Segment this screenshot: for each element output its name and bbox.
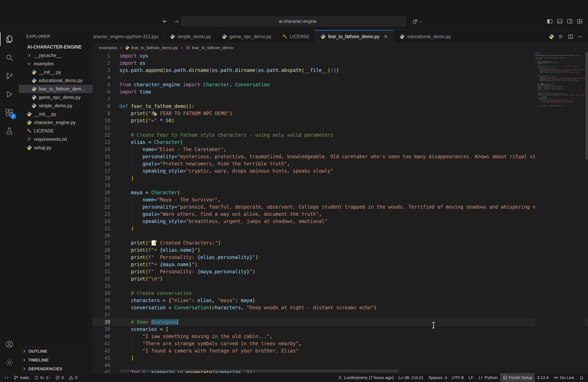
activity-testing-button[interactable]: [0, 122, 19, 140]
code-line[interactable]: 44: [93, 362, 588, 369]
tab-game-npc-demo-py[interactable]: game_npc_demo.py: [216, 30, 277, 43]
file-tree-item-requirements-txt[interactable]: requirements.txt: [19, 135, 93, 143]
code-line[interactable]: 40 "I saw something moving in the old ca…: [93, 333, 588, 340]
status-git-sync[interactable]: 0↓ 1↑: [32, 373, 53, 382]
code-line[interactable]: 13 elias = Character(: [93, 139, 588, 146]
close-icon[interactable]: [383, 34, 389, 39]
toggle-panel-button[interactable]: [557, 18, 563, 24]
tab-license[interactable]: LICENSE: [277, 30, 315, 43]
file-tree-item-examples[interactable]: examples: [19, 59, 93, 68]
vertical-scrollbar[interactable]: [585, 52, 588, 159]
file-tree-item-educational-demo-py[interactable]: educational_demo.py: [19, 76, 93, 85]
code-line[interactable]: 5from character_engine import Character,…: [93, 81, 588, 88]
status-notifications[interactable]: [577, 373, 587, 382]
code-line[interactable]: 42 "I found a camera with footage of you…: [93, 347, 588, 354]
code-line[interactable]: 1import sys: [93, 52, 588, 59]
code-line[interactable]: 15 personality="mysterious, protective, …: [93, 153, 588, 160]
code-line[interactable]: 6import time: [93, 88, 588, 96]
new-window-button[interactable]: [412, 19, 422, 24]
code-line[interactable]: 22 personality="paranoid, fearful, despe…: [93, 203, 588, 210]
code-line[interactable]: 29 print(f" Personality: {elias.personal…: [93, 254, 588, 261]
more-actions-button[interactable]: [577, 34, 583, 39]
code-line[interactable]: 16 goals="Protect newcomers, hide the te…: [93, 160, 588, 167]
status-git-author[interactable]: Luciferjimmy (7 hours ago): [335, 373, 396, 382]
status-finish-setup[interactable]: Finish Setup: [500, 373, 535, 382]
tab-simple-demo-py[interactable]: simple_demo.py: [164, 30, 216, 43]
code-line[interactable]: 20 maya = Character(: [93, 189, 588, 196]
python-logo-button[interactable]: [548, 34, 554, 39]
file-tree-item-simple-demo-py[interactable]: simple_demo.py: [19, 101, 93, 110]
status-language-mode[interactable]: Python: [476, 373, 500, 382]
activity-source-control-button[interactable]: [0, 67, 19, 85]
status-problems-errors[interactable]: 0: [53, 373, 66, 382]
status-cursor-position[interactable]: Ln 38, Col 21: [396, 373, 426, 382]
code-line[interactable]: 30 print(f"• {maya.name}"): [93, 261, 588, 268]
status-go-live[interactable]: Go Live: [551, 373, 577, 382]
forward-button[interactable]: [174, 18, 180, 24]
code-line[interactable]: 21 name="Maya - The Survivor",: [93, 196, 588, 203]
project-root-folder[interactable]: AI-CHARACTER-ENGINE: [19, 43, 93, 51]
tab-fear-to-fathom-demo-py[interactable]: fear_to_fathom_demo.py: [315, 30, 394, 43]
horizontal-scrollbar[interactable]: [121, 370, 399, 372]
toggle-primary-sidebar-button[interactable]: [547, 18, 553, 24]
code-line[interactable]: 32 print("\n"): [93, 275, 588, 283]
run-file-button[interactable]: [558, 34, 564, 39]
file-tree-item-pycache[interactable]: __pycache__: [19, 51, 93, 59]
sidebar-section-dependencies[interactable]: DEPENDENCIES: [19, 364, 93, 373]
activity-run-and-debug-button[interactable]: [0, 85, 19, 103]
code-line[interactable]: 27 print("📝 Created Characters:"): [93, 239, 588, 247]
file-tree-item-license[interactable]: LICENSE: [19, 127, 93, 135]
code-line[interactable]: 7: [93, 96, 588, 103]
status-encoding[interactable]: UTF-8: [449, 373, 466, 382]
code-line[interactable]: 43 ]: [93, 354, 588, 362]
code-line[interactable]: 11: [93, 124, 588, 132]
code-line[interactable]: 39 scenarios = [: [93, 326, 588, 333]
toggle-secondary-sidebar-button[interactable]: [567, 18, 573, 24]
status-git-branch[interactable]: main: [11, 373, 32, 382]
file-tree-item-game-npc-demo-py[interactable]: game_npc_demo.py: [19, 93, 93, 101]
file-tree-item-init-py[interactable]: __init__.py: [19, 68, 93, 76]
customize-layout-button[interactable]: [577, 18, 583, 24]
code-line[interactable]: 9 print("🎭 FEAR TO FATHOM NPC DEMO"): [93, 110, 588, 117]
code-line[interactable]: 23 goals="Warn others, find a way out al…: [93, 210, 588, 218]
code-line[interactable]: 35 characters = {"elias": elias, "maya":…: [93, 297, 588, 304]
new-window-icon[interactable]: [412, 19, 418, 24]
status-eol[interactable]: LF: [466, 373, 476, 382]
breadcrumb-item-fear-to-fathom-demo[interactable]: fear_to_fathom_demo: [185, 45, 233, 50]
breadcrumb-item-examples[interactable]: examples: [99, 45, 117, 50]
status-indentation[interactable]: Spaces: 4: [426, 373, 449, 382]
code-line[interactable]: 8def fear_to_fathom_demo():: [93, 103, 588, 110]
code-line[interactable]: 36 conversation = Conversation(character…: [93, 304, 588, 311]
code-line[interactable]: 31 print(f" Personality: {maya.personali…: [93, 268, 588, 275]
activity-explorer-button[interactable]: [0, 30, 19, 48]
code-area[interactable]: 1import sys2import os3sys.path.append(os…: [93, 52, 588, 373]
command-center-search[interactable]: ai-character-engine: [182, 16, 406, 26]
activity-accounts-button[interactable]: [0, 335, 19, 353]
expand-icon[interactable]: [419, 20, 422, 23]
code-line[interactable]: 37: [93, 311, 588, 319]
explorer-more-actions-icon[interactable]: [82, 34, 87, 39]
code-line[interactable]: 2import os: [93, 59, 588, 67]
file-tree-item-fear-to-fathom-dem[interactable]: fear_to_fathom_dem...: [19, 85, 93, 93]
file-tree-item-init-py[interactable]: __init__.py: [19, 110, 93, 118]
tab-aracter-engine-cpython-312-pyc[interactable]: aracter_engine.cpython-312.pyc: [93, 30, 164, 43]
status-problems-warnings[interactable]: 0: [66, 373, 80, 382]
code-line[interactable]: 17 speaking_style="cryptic, wary, drops …: [93, 167, 588, 175]
minimap[interactable]: import sysimport ossys.path.append(os.pa…: [535, 52, 585, 373]
sidebar-section-timeline[interactable]: TIMELINE: [19, 355, 93, 364]
code-line[interactable]: 18 ): [93, 175, 588, 182]
code-line[interactable]: 3sys.path.append(os.path.dirname(os.path…: [93, 67, 588, 74]
code-line[interactable]: 26: [93, 232, 588, 239]
activity-extensions-button[interactable]: 2: [0, 103, 19, 122]
code-line[interactable]: 10 print("=" * 50): [93, 117, 588, 124]
code-line[interactable]: 33: [93, 283, 588, 290]
code-line[interactable]: 12 # Create Fear to Fatham style charact…: [93, 132, 588, 139]
code-line[interactable]: 25 ): [93, 225, 588, 232]
activity-settings-button[interactable]: [0, 353, 19, 372]
status-remote[interactable]: [1, 373, 11, 382]
tab-educational-demo-py[interactable]: educational_demo.py: [394, 30, 456, 43]
code-line[interactable]: 28 print(f"• {elias.name}"): [93, 247, 588, 254]
code-line[interactable]: 24 speaking_style="breathless, urgent, j…: [93, 218, 588, 225]
code-line[interactable]: 19: [93, 182, 588, 189]
status-python-version[interactable]: 3.12.4: [535, 373, 551, 382]
